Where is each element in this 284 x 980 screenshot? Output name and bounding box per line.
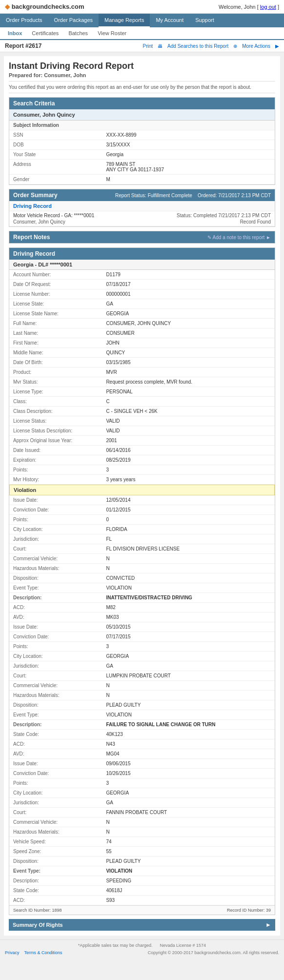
table-row: Hazardous Materials: N <box>9 564 275 573</box>
prepared-for-label: Prepared for: <box>9 72 42 78</box>
main-navigation: Order Products Order Packages Manage Rep… <box>0 14 284 27</box>
field-value: VIOLATION <box>102 710 275 720</box>
field-label: City Location: <box>9 788 102 798</box>
order-item-status: Status: Completed 7/21/2017 2:13 PM CDT <box>177 213 271 218</box>
table-row: City Location: GEORGIA <box>9 652 275 661</box>
field-label: Conviction Date: <box>9 632 102 642</box>
order-summary-header: Order Summary Report Status: Fulfillment… <box>9 189 275 201</box>
table-row: Account Number: D1179 <box>9 270 275 280</box>
field-label: Conviction Date: <box>9 769 102 778</box>
field-label: Conviction Date: <box>9 505 102 515</box>
field-value: GEORGIA <box>102 309 275 319</box>
tab-inbox[interactable]: Inbox <box>3 27 27 40</box>
tab-view-roster[interactable]: View Roster <box>93 27 131 40</box>
table-row: Points: 3 <box>9 778 275 788</box>
nav-support[interactable]: Support <box>189 14 220 27</box>
field-label-gender: Gender <box>9 175 102 184</box>
field-value: GEORGIA <box>102 652 275 661</box>
nav-my-account[interactable]: My Account <box>150 14 189 27</box>
driving-record-link[interactable]: Driving Record <box>13 203 52 209</box>
field-value: VIOLATION <box>102 583 275 593</box>
field-value: VALID <box>102 426 275 436</box>
table-row: License Number: 000000001 <box>9 289 275 299</box>
table-row: Class Description: C - SINGLE VEH < 26K <box>9 407 275 416</box>
field-label: Hazardous Materials: <box>9 827 102 837</box>
tab-certificates[interactable]: Certificates <box>27 27 63 40</box>
field-value: 10/26/2015 <box>102 769 275 778</box>
field-value-dob: 3/15/XXXX <box>102 140 275 150</box>
report-notes-section: Report Notes ✎ Add a note to this report… <box>9 231 275 244</box>
table-row: Middle Name: QUINCY <box>9 348 275 358</box>
violation-1-table: Issue Date: 12/05/2014 Conviction Date: … <box>9 495 275 622</box>
field-label: Commercial Vehicle: <box>9 817 102 827</box>
table-row: License Status: VALID <box>9 416 275 426</box>
nav-order-packages[interactable]: Order Packages <box>48 14 99 27</box>
table-row: Disposition: PLEAD GUILTY <box>9 700 275 710</box>
field-label: Class: <box>9 397 102 407</box>
table-row: Event Type: VIOLATION <box>9 866 275 876</box>
table-row: Description: INATTENTIVE/DISTRACTED DRIV… <box>9 593 275 603</box>
summary-of-rights-bar[interactable]: Summary Of Rights ► <box>9 919 275 931</box>
field-value: VALID <box>102 416 275 426</box>
more-actions-action[interactable]: More Actions <box>242 43 270 49</box>
order-item-detail: Motor Vehicle Record - GA: *****0001 Sta… <box>13 213 271 218</box>
field-value-ssn: XXX-XX-8899 <box>102 130 275 140</box>
field-value: JOHN <box>102 338 275 348</box>
prepared-for-value: Consumer, John <box>44 72 86 78</box>
field-label: Points: <box>9 465 102 475</box>
field-label: Commercial Vehicle: <box>9 681 102 691</box>
field-label: Event Type: <box>9 866 102 876</box>
terms-link[interactable]: Terms & Conditions <box>24 950 62 955</box>
field-value: 01/12/2015 <box>102 505 275 515</box>
table-row: ACD: N43 <box>9 739 275 749</box>
welcome-area: Welcome, John [ log out ] <box>219 4 279 10</box>
field-value: FAILURE TO SIGNAL LANE CHANGE OR TURN <box>102 720 275 730</box>
field-label: Jurisdiction: <box>9 798 102 808</box>
table-row: Court: LUMPKIN PROBATE COURT <box>9 671 275 681</box>
copyright-text: Copyright © 2000-2017 backgroundchecks.c… <box>148 950 279 955</box>
field-value: 08/25/2019 <box>102 455 275 465</box>
table-row: DOB 3/15/XXXX <box>9 140 275 150</box>
table-row: SSN XXX-XX-8899 <box>9 130 275 140</box>
field-label: Hazardous Materials: <box>9 564 102 573</box>
field-label: License Status: <box>9 416 102 426</box>
field-value: PLEAD GUILTY <box>102 700 275 710</box>
field-label: Class Description: <box>9 407 102 416</box>
sub-navigation: Inbox Certificates Batches View Roster <box>0 27 284 40</box>
add-note-link[interactable]: ✎ Add a note to this report ► <box>207 235 271 240</box>
field-value: Request process complete, MVR found. <box>102 377 275 387</box>
search-id: Search ID Number: 1898 <box>13 908 62 913</box>
field-label: Vehicle Speed: <box>9 837 102 847</box>
field-value: 40618J <box>102 886 275 896</box>
nav-order-products[interactable]: Order Products <box>0 14 48 27</box>
top-header: ◆ backgroundchecks.com Welcome, John [ l… <box>0 0 284 14</box>
table-row: Issue Date: 12/05/2014 <box>9 495 275 505</box>
table-row: Description: FAILURE TO SIGNAL LANE CHAN… <box>9 720 275 730</box>
field-value: 12/05/2014 <box>102 495 275 505</box>
logout-link[interactable]: log out <box>260 4 276 10</box>
nav-manage-reports[interactable]: Manage Reports <box>99 14 150 27</box>
field-label: Issue Date: <box>9 759 102 769</box>
footer-disclaimer: *Applicable sales tax may be charged. Ne… <box>5 943 279 948</box>
field-value: GA <box>102 299 275 309</box>
add-searches-action[interactable]: Add Searches to this Report <box>167 43 228 49</box>
field-value: MG04 <box>102 749 275 759</box>
field-label: Full Name: <box>9 319 102 328</box>
field-value: N <box>102 827 275 837</box>
field-value: GA <box>102 798 275 808</box>
field-value: FL <box>102 534 275 544</box>
field-value: MVR <box>102 368 275 377</box>
field-value: N <box>102 681 275 691</box>
field-value: 0 <box>102 515 275 525</box>
field-label: AVD: <box>9 749 102 759</box>
table-row: State Code: 40K123 <box>9 730 275 739</box>
privacy-link[interactable]: Privacy <box>5 950 20 955</box>
tab-batches[interactable]: Batches <box>63 27 93 40</box>
field-value: 2001 <box>102 436 275 446</box>
field-value-gender: M <box>102 175 275 184</box>
field-value: PERSONAL <box>102 387 275 397</box>
field-value: N <box>102 691 275 700</box>
order-summary-title: Order Summary <box>13 192 58 199</box>
print-action[interactable]: Print <box>143 43 153 49</box>
license-text: Nevada License # 1574 <box>160 943 206 948</box>
